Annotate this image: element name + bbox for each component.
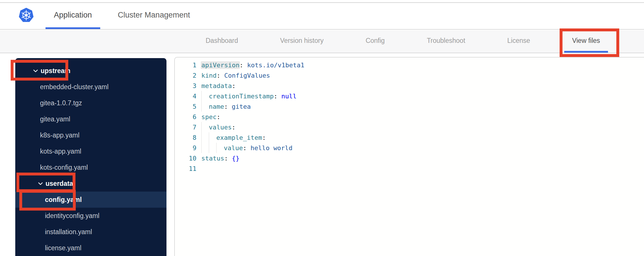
tree-item-label: config.yaml [45, 196, 82, 204]
token: : [232, 124, 235, 131]
code-line-9: 9value: hello world [175, 143, 644, 153]
line-number: 1 [175, 62, 196, 69]
line-number: 3 [175, 82, 196, 89]
tab-troubleshoot[interactable]: Troubleshoot [419, 30, 473, 53]
tab-config[interactable]: Config [357, 30, 393, 53]
code-line-10: 10status: {} [175, 153, 644, 163]
token: kind [201, 72, 217, 79]
tab-dashboard[interactable]: Dashboard [198, 30, 246, 53]
code-line-4: 4creationTimestamp: null [175, 91, 644, 101]
token: : [243, 144, 247, 152]
line-number: 9 [175, 144, 196, 152]
line-number: 8 [175, 134, 196, 141]
top-tabs: ApplicationCluster Management [46, 3, 198, 29]
indent-guide [201, 91, 209, 101]
tree-item-label: license.yaml [45, 244, 82, 252]
tree-item-label: gitea.yaml [40, 115, 70, 123]
tree-item-upstream[interactable]: upstream [15, 63, 166, 79]
tree-item-label: k8s-app.yaml [40, 131, 79, 139]
chevron-down-icon [38, 182, 43, 185]
tree-item-embedded-cluster-yaml[interactable]: embedded-cluster.yaml [15, 79, 166, 95]
tree-item-kots-config-yaml[interactable]: kots-config.yaml [15, 159, 166, 175]
token: : [274, 93, 277, 100]
token: status [201, 155, 224, 162]
code-line-text: name: gitea [201, 101, 251, 112]
top-navbar: ApplicationCluster Management [0, 3, 644, 30]
line-number: 2 [175, 72, 196, 79]
tab-license[interactable]: License [499, 30, 538, 53]
line-number: 5 [175, 103, 196, 110]
code-line-text: value: hello world [201, 143, 292, 153]
tab-version-history[interactable]: Version history [272, 30, 332, 53]
chevron-down-icon [33, 69, 38, 72]
tree-item-installation-yaml[interactable]: installation.yaml [15, 224, 166, 240]
kots-admin-console: ApplicationCluster Management DashboardV… [0, 0, 644, 256]
token: name [209, 103, 224, 110]
token: metadata [201, 82, 232, 89]
line-number: 4 [175, 93, 196, 100]
token: apiVersion [201, 61, 240, 69]
tree-item-license-yaml[interactable]: license.yaml [15, 240, 166, 256]
indent-guide [201, 143, 209, 153]
tree-item-identityconfig-yaml[interactable]: identityconfig.yaml [15, 208, 166, 224]
file-tree-sidebar: upstreamembedded-cluster.yamlgitea-1.0.7… [15, 58, 166, 256]
code-editor[interactable]: 1apiVersion: kots.io/v1beta12kind: Confi… [174, 57, 644, 256]
token: values [209, 124, 232, 131]
tree-item-gitea-1-0-7-tgz[interactable]: gitea-1.0.7.tgz [15, 95, 166, 111]
code-line-text: creationTimestamp: null [201, 91, 297, 101]
code-line-8: 8example_item: [175, 132, 644, 143]
tree-item-kots-app-yaml[interactable]: kots-app.yaml [15, 143, 166, 159]
code-line-6: 6spec: [175, 112, 644, 122]
token: creationTimestamp [209, 93, 274, 100]
code-line-text: spec: [201, 112, 220, 122]
token: : [224, 155, 228, 162]
line-number: 11 [175, 165, 196, 172]
token: : [232, 82, 236, 89]
token: ConfigValues [220, 72, 270, 79]
line-number: 7 [175, 124, 196, 131]
token: : [224, 103, 228, 110]
token: : [239, 62, 243, 69]
token: hello world [247, 144, 292, 152]
line-number: 10 [175, 155, 196, 162]
code-line-2: 2kind: ConfigValues [175, 70, 644, 81]
code-line-text: kind: ConfigValues [201, 70, 270, 81]
code-line-text: status: {} [201, 153, 239, 163]
code-line-5: 5name: gitea [175, 101, 644, 112]
app-tab-bar: DashboardVersion historyConfigTroublesho… [0, 30, 644, 53]
top-tab-application[interactable]: Application [46, 3, 100, 29]
indent-guide [201, 132, 209, 143]
tree-item-label: kots-config.yaml [40, 164, 88, 171]
code-line-1: 1apiVersion: kots.io/v1beta1 [175, 60, 644, 70]
tree-item-label: kots-app.yaml [40, 148, 81, 155]
top-tab-cluster-management[interactable]: Cluster Management [109, 3, 198, 29]
tree-item-label: identityconfig.yaml [45, 212, 99, 220]
tab-view-files[interactable]: View files [564, 30, 608, 53]
token: value [224, 144, 243, 152]
indent-guide [209, 143, 216, 153]
code-line-text: values: [201, 122, 236, 132]
token: spec [201, 113, 217, 121]
tree-item-label: embedded-cluster.yaml [40, 83, 109, 91]
token: kots.io/v1beta1 [243, 62, 304, 69]
indent-guide [209, 132, 216, 143]
token: null [277, 93, 296, 100]
code-line-11: 11 [175, 163, 644, 174]
code-line-text: apiVersion: kots.io/v1beta1 [201, 60, 304, 70]
tree-item-k8s-app-yaml[interactable]: k8s-app.yaml [15, 127, 166, 143]
tree-item-label: userdata [46, 180, 73, 188]
token: : [262, 134, 266, 141]
code-line-text: example_item: [201, 132, 266, 143]
tree-item-gitea-yaml[interactable]: gitea.yaml [15, 111, 166, 127]
token: {} [228, 155, 240, 162]
tree-item-config-yaml[interactable]: config.yaml [15, 192, 166, 208]
tree-item-userdata[interactable]: userdata [15, 175, 166, 192]
tree-item-label: upstream [41, 67, 71, 75]
token: gitea [228, 103, 251, 110]
token: example_item [216, 134, 262, 141]
tree-item-label: installation.yaml [45, 228, 92, 236]
kubernetes-logo-icon [18, 7, 34, 24]
tree-item-label: gitea-1.0.7.tgz [40, 99, 82, 107]
indent-guide [201, 122, 209, 132]
code-line-7: 7values: [175, 122, 644, 132]
